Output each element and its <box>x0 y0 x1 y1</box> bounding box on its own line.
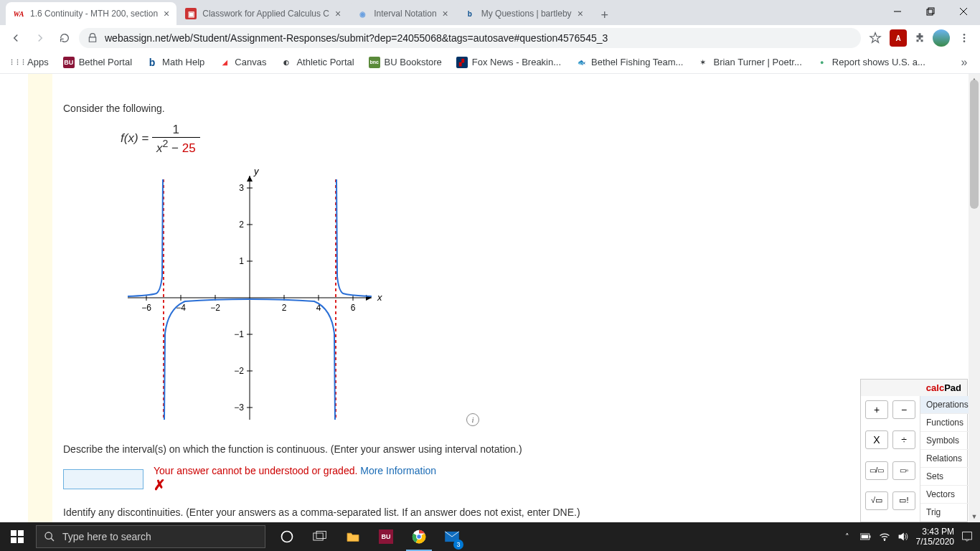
more-info-link[interactable]: More Information <box>360 465 436 476</box>
calcpad-sqrt[interactable]: √▭ <box>865 491 888 510</box>
bookmark-fishing[interactable]: 🐟Bethel Fishing Team... <box>570 54 689 71</box>
search-icon <box>44 531 55 542</box>
svg-text:−2: −2 <box>210 303 220 313</box>
tab-1[interactable]: ▣ Classwork for Applied Calculus C × <box>178 2 348 25</box>
svg-rect-57 <box>963 532 972 540</box>
tray-chevron-icon[interactable]: ˄ <box>842 531 853 542</box>
bookmarks-overflow[interactable]: » <box>954 52 974 72</box>
file-explorer-icon[interactable] <box>337 522 369 551</box>
profile-avatar[interactable] <box>933 29 950 47</box>
bookmark-icon: ▞ <box>456 57 468 68</box>
bookmark-math-help[interactable]: bMath Help <box>141 54 210 71</box>
apps-icon: ⋮⋮⋮ <box>11 57 23 68</box>
close-window-button[interactable] <box>947 0 980 23</box>
task-view-icon[interactable] <box>304 522 336 551</box>
calcpad-divide[interactable]: ÷ <box>892 430 915 449</box>
prompt-describe: Describe the interval(s) on which the fu… <box>63 443 897 455</box>
formula: f(x) = 1 x2 − 25 <box>121 123 897 156</box>
calcpad-power[interactable]: ▭▫ <box>892 461 915 480</box>
tab-3[interactable]: b My Questions | bartleby × <box>457 2 590 25</box>
forward-button[interactable] <box>30 28 50 48</box>
minimize-button[interactable] <box>881 0 914 23</box>
favicon-webassign: WA <box>13 8 24 19</box>
bookmark-fox[interactable]: ▞Fox News - Breakin... <box>451 54 567 71</box>
svg-text:−3: −3 <box>234 402 244 413</box>
chrome-icon[interactable] <box>403 522 435 551</box>
calcpad-cat-sets[interactable]: Sets <box>920 468 974 486</box>
question-body: Consider the following. f(x) = 1 x2 − 25… <box>63 103 897 522</box>
bookmark-icon: 🐟 <box>575 57 587 68</box>
extensions-button[interactable] <box>911 29 928 47</box>
info-icon[interactable]: i <box>466 413 479 426</box>
reload-button[interactable] <box>55 28 75 48</box>
maximize-button[interactable] <box>914 0 947 23</box>
bookmark-athletic[interactable]: ◐Athletic Portal <box>275 54 359 71</box>
svg-point-6 <box>963 37 966 39</box>
close-icon[interactable]: × <box>443 8 448 19</box>
svg-text:6: 6 <box>351 303 356 313</box>
calcpad-panel: calcPad + − X ÷ ▭/▭ ▭▫ √▭ ▭! Operations … <box>860 379 968 522</box>
scrollbar-thumb[interactable] <box>970 80 979 209</box>
star-button[interactable] <box>865 28 885 48</box>
bookmark-bookstore[interactable]: bncBU Bookstore <box>363 54 448 71</box>
taskbar-search[interactable]: Type here to search <box>36 525 265 548</box>
vertical-scrollbar[interactable]: ▲ ▼ <box>969 74 980 522</box>
bookmark-canvas[interactable]: ◢Canvas <box>213 54 272 71</box>
notifications-icon[interactable] <box>961 531 973 542</box>
bookmark-bethel-portal[interactable]: BUBethel Portal <box>57 54 138 71</box>
bookmark-icon: ◐ <box>281 57 292 68</box>
interval-answer-input[interactable] <box>63 469 143 489</box>
svg-point-51 <box>417 534 422 540</box>
new-tab-button[interactable]: + <box>595 5 615 25</box>
scroll-down-arrow[interactable]: ▼ <box>969 511 980 522</box>
calcpad-cat-functions[interactable]: Functions <box>920 414 974 432</box>
tab-2[interactable]: ◉ Interval Notation × <box>349 2 456 25</box>
error-block: Your answer cannot be understood or grad… <box>154 465 436 494</box>
error-text: Your answer cannot be understood or grad… <box>154 465 360 476</box>
calcpad-buttons: + − X ÷ ▭/▭ ▭▫ √▭ ▭! <box>861 396 920 522</box>
calcpad-cat-operations[interactable]: Operations <box>920 396 974 414</box>
svg-rect-54 <box>869 535 870 537</box>
close-icon[interactable]: × <box>578 8 583 19</box>
tab-0[interactable]: WA 1.6 Continuity - MTH 200, section × <box>6 2 176 25</box>
taskbar-clock[interactable]: 3:43 PM 7/15/2020 <box>916 527 954 547</box>
calcpad-minus[interactable]: − <box>892 400 915 419</box>
calcpad-factorial[interactable]: ▭! <box>892 491 915 510</box>
volume-icon[interactable] <box>897 531 909 542</box>
url-text: webassign.net/web/Student/Assignment-Res… <box>105 32 608 44</box>
svg-marker-12 <box>247 176 253 182</box>
mail-icon[interactable]: 3 <box>436 522 468 551</box>
calcpad-fraction[interactable]: ▭/▭ <box>865 461 888 480</box>
calcpad-plus[interactable]: + <box>865 400 888 419</box>
cortana-icon[interactable] <box>271 522 303 551</box>
apps-button[interactable]: ⋮⋮⋮Apps <box>6 54 55 71</box>
calcpad-cat-vectors[interactable]: Vectors <box>920 486 974 504</box>
svg-rect-1 <box>927 9 933 15</box>
mail-badge: 3 <box>453 540 463 550</box>
calcpad-times[interactable]: X <box>865 430 888 449</box>
battery-icon[interactable] <box>860 531 872 542</box>
calcpad-cat-relations[interactable]: Relations <box>920 450 974 468</box>
wifi-icon[interactable] <box>879 531 890 542</box>
bookmark-poetry[interactable]: ✶Brian Turner | Poetr... <box>692 54 807 71</box>
svg-rect-55 <box>861 535 868 539</box>
start-button[interactable] <box>0 522 34 551</box>
bethel-app-icon[interactable]: BU <box>370 522 402 551</box>
favicon-bartleby: b <box>464 8 476 19</box>
svg-rect-47 <box>314 533 323 540</box>
svg-rect-2 <box>928 8 934 14</box>
close-icon[interactable]: × <box>335 8 341 19</box>
close-icon[interactable]: × <box>164 8 169 19</box>
bookmark-report[interactable]: ●Report shows U.S. a... <box>811 54 931 71</box>
svg-rect-43 <box>18 537 24 543</box>
address-bar[interactable]: webassign.net/web/Student/Assignment-Res… <box>79 28 861 48</box>
acrobat-extension-icon[interactable]: A <box>890 29 907 47</box>
svg-rect-42 <box>11 537 17 543</box>
back-button[interactable] <box>6 28 26 48</box>
bookmark-icon: BU <box>63 57 75 68</box>
menu-button[interactable] <box>954 28 974 48</box>
svg-text:−6: −6 <box>141 303 151 313</box>
lock-icon <box>88 33 98 43</box>
calcpad-cat-symbols[interactable]: Symbols <box>920 432 974 450</box>
calcpad-cat-trig[interactable]: Trig <box>920 504 974 522</box>
